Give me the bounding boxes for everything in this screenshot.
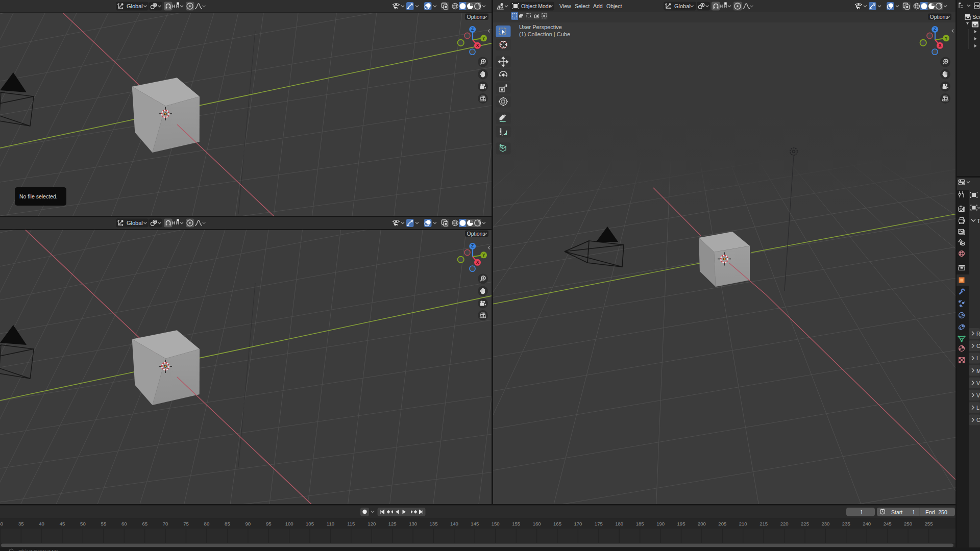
svg-text:X: X <box>939 43 942 48</box>
svg-text:200: 200 <box>698 521 706 527</box>
svg-text:Start: Start <box>891 509 902 515</box>
svg-text:R: R <box>976 331 980 337</box>
svg-text:110: 110 <box>327 521 334 527</box>
svg-text:70: 70 <box>163 521 168 527</box>
svg-text:Z: Z <box>471 27 474 32</box>
svg-text:Global: Global <box>127 220 143 226</box>
svg-text:230: 230 <box>821 521 829 527</box>
svg-text:95: 95 <box>266 521 272 527</box>
svg-text:Z: Z <box>934 27 936 32</box>
svg-text:160: 160 <box>533 521 541 527</box>
svg-text:Y: Y <box>945 36 948 41</box>
svg-text:V: V <box>976 380 980 386</box>
svg-text:Options: Options <box>467 231 485 237</box>
svg-text:No file selected.: No file selected. <box>19 193 58 199</box>
svg-text:L: L <box>976 405 979 411</box>
svg-text:35: 35 <box>18 521 24 527</box>
svg-text:Options: Options <box>930 14 948 20</box>
svg-text:225: 225 <box>801 521 809 527</box>
svg-text:245: 245 <box>884 521 892 527</box>
svg-text:195: 195 <box>677 521 685 527</box>
svg-text:Y: Y <box>482 36 485 41</box>
svg-text:M: M <box>976 368 980 374</box>
svg-text:Global: Global <box>674 3 691 9</box>
svg-text:125: 125 <box>388 521 397 527</box>
svg-text:100: 100 <box>285 521 293 527</box>
svg-text:X: X <box>476 260 479 265</box>
svg-text:1: 1 <box>912 509 915 515</box>
svg-text:Y: Y <box>482 253 485 258</box>
svg-text:50: 50 <box>80 521 86 527</box>
svg-text:105: 105 <box>306 521 314 527</box>
svg-text:210: 210 <box>739 521 747 527</box>
svg-text:90: 90 <box>246 521 251 527</box>
svg-text:Select: Select <box>575 3 590 9</box>
svg-text:45: 45 <box>60 521 65 527</box>
svg-text:215: 215 <box>760 521 768 527</box>
svg-text:X: X <box>476 43 479 48</box>
svg-text:Sce: Sce <box>972 14 980 20</box>
svg-text:250: 250 <box>904 521 912 527</box>
svg-text:Global: Global <box>127 3 143 9</box>
svg-text:235: 235 <box>842 521 850 527</box>
svg-text:60: 60 <box>121 521 127 527</box>
svg-text:165: 165 <box>553 521 561 527</box>
svg-text:240: 240 <box>863 521 871 527</box>
svg-text:190: 190 <box>656 521 665 527</box>
svg-text:115: 115 <box>347 521 355 527</box>
svg-text:255: 255 <box>925 521 933 527</box>
svg-text:Object: Object <box>606 3 622 9</box>
svg-text:V: V <box>976 392 980 398</box>
svg-text:145: 145 <box>471 521 479 527</box>
svg-text:End: End <box>925 509 935 515</box>
svg-text:Object Mode: Object Mode <box>521 3 552 9</box>
svg-text:135: 135 <box>430 521 438 527</box>
svg-text:75: 75 <box>183 521 189 527</box>
svg-text:(1) Collection | Cube: (1) Collection | Cube <box>519 31 570 37</box>
svg-text:150: 150 <box>492 521 500 527</box>
svg-text:T: T <box>977 218 980 224</box>
svg-text:1: 1 <box>860 509 863 515</box>
svg-text:C: C <box>976 417 980 423</box>
svg-text:Z: Z <box>471 243 474 248</box>
svg-text:55: 55 <box>101 521 107 527</box>
svg-text:130: 130 <box>409 521 417 527</box>
svg-text:65: 65 <box>142 521 148 527</box>
svg-text:185: 185 <box>636 521 644 527</box>
svg-text:155: 155 <box>512 521 520 527</box>
svg-text:205: 205 <box>718 521 726 527</box>
svg-text:170: 170 <box>574 521 582 527</box>
svg-text:User Perspective: User Perspective <box>519 24 562 30</box>
svg-text:220: 220 <box>780 521 789 527</box>
svg-text:85: 85 <box>225 521 230 527</box>
svg-text:140: 140 <box>450 521 458 527</box>
svg-text:180: 180 <box>615 521 623 527</box>
svg-text:Options: Options <box>467 14 485 20</box>
svg-text:250: 250 <box>938 509 947 515</box>
svg-text:120: 120 <box>368 521 376 527</box>
svg-text:175: 175 <box>595 521 603 527</box>
svg-text:Object Context Me: Object Context Me <box>18 548 59 551</box>
svg-text:40: 40 <box>39 521 44 527</box>
svg-text:Add: Add <box>593 3 603 9</box>
svg-text:I: I <box>976 355 978 361</box>
svg-text:80: 80 <box>204 521 210 527</box>
svg-text:C: C <box>976 343 980 349</box>
svg-text:30: 30 <box>0 521 3 527</box>
svg-text:View: View <box>559 3 571 9</box>
